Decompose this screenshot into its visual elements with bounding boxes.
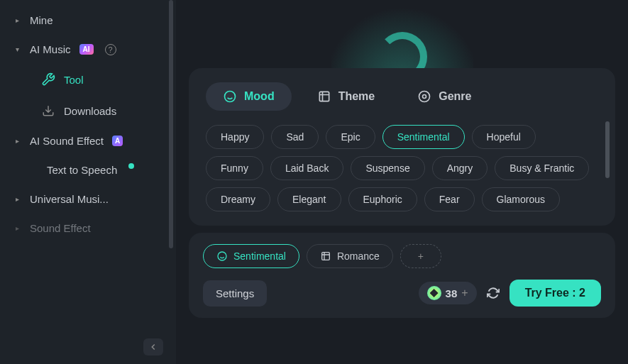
download-icon	[41, 104, 55, 118]
sidebar-item-text-to-speech[interactable]: Text to Speech	[0, 155, 169, 184]
credits-display[interactable]: 38 +	[419, 282, 477, 304]
sidebar-item-ai-sound-effect[interactable]: AI Sound Effect A	[0, 126, 169, 155]
tag-sad[interactable]: Sad	[271, 125, 319, 149]
sidebar-label: Downloads	[64, 105, 116, 117]
sidebar-label: Mine	[30, 14, 53, 26]
theme-icon	[320, 250, 331, 262]
sidebar-label: Sound Effect	[30, 222, 91, 234]
plus-icon: +	[418, 250, 424, 262]
sidebar-item-sound-effect[interactable]: Sound Effect	[0, 214, 169, 243]
tab-label: Mood	[244, 90, 275, 103]
svg-point-2	[419, 92, 430, 102]
tab-label: Theme	[338, 90, 375, 103]
tab-theme[interactable]: Theme	[300, 82, 392, 111]
chip-mood-sentimental[interactable]: Sentimental	[203, 244, 299, 268]
tag-funny[interactable]: Funny	[206, 156, 263, 180]
settings-button[interactable]: Settings	[203, 280, 267, 307]
chip-label: Romance	[337, 250, 380, 262]
mood-tags: Happy Sad Epic Sentimental Hopeful Funny…	[206, 125, 598, 211]
try-free-button[interactable]: Try Free : 2	[509, 280, 601, 307]
chip-theme-romance[interactable]: Romance	[307, 244, 393, 268]
sidebar-item-universal-music[interactable]: Universal Musi...	[0, 184, 169, 214]
tag-euphoric[interactable]: Euphoric	[348, 187, 417, 211]
tag-sentimental[interactable]: Sentimental	[382, 125, 465, 149]
collapse-sidebar-button[interactable]	[143, 338, 163, 355]
sidebar-label: Universal Musi...	[30, 193, 109, 205]
category-panel: Mood Theme Genre Happy Sad Epic Sentimen…	[189, 68, 615, 226]
tag-happy[interactable]: Happy	[206, 125, 264, 149]
svg-rect-1	[319, 92, 329, 101]
tag-angry[interactable]: Angry	[432, 156, 488, 180]
help-icon[interactable]: ?	[105, 44, 116, 55]
sidebar-item-mine[interactable]: Mine	[0, 6, 169, 35]
svg-point-0	[225, 92, 236, 102]
sidebar-item-tool[interactable]: Tool	[0, 64, 169, 95]
tag-epic[interactable]: Epic	[326, 125, 375, 149]
credit-icon	[427, 286, 441, 300]
ai-badge-small: A	[112, 136, 123, 146]
panel-scrollbar[interactable]	[605, 121, 610, 178]
tab-mood[interactable]: Mood	[206, 82, 292, 111]
actions-row: Settings 38 + Try Free : 2	[203, 280, 601, 307]
credit-count: 38	[446, 287, 458, 299]
tag-dreamy[interactable]: Dreamy	[206, 187, 270, 211]
tag-glamorous[interactable]: Glamorous	[482, 187, 560, 211]
theme-icon	[317, 89, 331, 104]
genre-icon	[417, 89, 431, 104]
mood-icon	[223, 89, 237, 104]
tab-label: Genre	[439, 90, 471, 103]
sidebar-label: AI Music	[30, 43, 71, 55]
chip-label: Sentimental	[233, 250, 286, 262]
generation-panel: Sentimental Romance + Settings 38 + Try …	[189, 233, 615, 318]
svg-rect-5	[322, 253, 330, 260]
selected-chips-row: Sentimental Romance +	[203, 244, 601, 268]
svg-point-3	[423, 95, 426, 99]
category-tabs: Mood Theme Genre	[206, 82, 598, 111]
tool-icon	[41, 72, 55, 87]
svg-point-4	[218, 252, 226, 260]
main-content: Mood Theme Genre Happy Sad Epic Sentimen…	[176, 0, 628, 364]
add-credits-icon[interactable]: +	[461, 287, 468, 299]
add-chip-button[interactable]: +	[400, 244, 441, 268]
notification-dot	[128, 163, 134, 169]
tag-fear[interactable]: Fear	[424, 187, 475, 211]
mood-icon	[216, 250, 228, 262]
sidebar-scrollbar[interactable]	[169, 0, 173, 248]
tag-elegant[interactable]: Elegant	[277, 187, 341, 211]
sidebar: Mine AI Music AI ? Tool Downloads AI Sou…	[0, 0, 176, 364]
sidebar-label: Tool	[64, 74, 84, 86]
tag-hopeful[interactable]: Hopeful	[472, 125, 536, 149]
refresh-icon[interactable]	[487, 287, 500, 299]
sidebar-label: Text to Speech	[47, 164, 117, 176]
tag-busy-frantic[interactable]: Busy & Frantic	[495, 156, 589, 180]
sidebar-item-ai-music[interactable]: AI Music AI ?	[0, 35, 169, 64]
sidebar-item-downloads[interactable]: Downloads	[0, 95, 169, 126]
ai-badge: AI	[79, 44, 94, 55]
tab-genre[interactable]: Genre	[400, 82, 488, 111]
tag-laid-back[interactable]: Laid Back	[270, 156, 343, 180]
tag-suspense[interactable]: Suspense	[351, 156, 424, 180]
sidebar-label: AI Sound Effect	[30, 135, 104, 147]
